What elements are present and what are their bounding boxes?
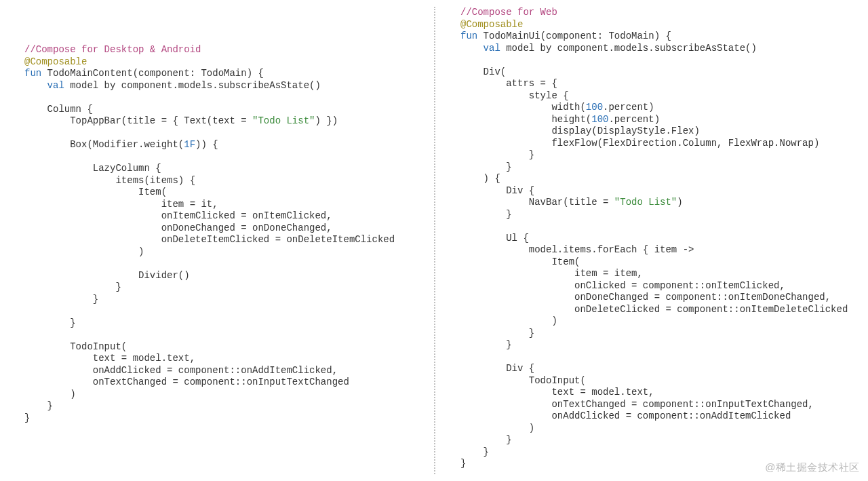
code-text: TodoMainUi(component: TodoMain) {: [477, 31, 671, 41]
code-text: }: [24, 318, 76, 328]
code-text: width(: [460, 102, 586, 113]
code-text: TodoMainContent(component: TodoMain) {: [41, 68, 264, 79]
code-text: }: [460, 458, 466, 469]
keyword-fun: fun: [24, 68, 41, 79]
code-text: }: [460, 161, 512, 172]
comment-line: //Compose for Web: [460, 7, 557, 18]
code-text: Item(: [24, 187, 167, 197]
code-text: flexFlow(FlexDirection.Column, FlexWrap.…: [460, 138, 819, 149]
code-text: onDeleteItemClicked = onDeleteItemClicke…: [24, 234, 395, 245]
code-text: height(: [460, 114, 591, 125]
code-text: }: [24, 400, 53, 411]
watermark: @稀土掘金技术社区: [765, 461, 860, 474]
code-text: ): [460, 315, 557, 326]
code-text: ): [677, 197, 682, 208]
number-literal: 100: [591, 114, 608, 125]
code-text: Divider(): [24, 270, 190, 281]
code-text: ): [24, 246, 144, 257]
annotation: @Composable: [24, 56, 87, 67]
right-code-pane: //Compose for Web @Composable fun TodoMa…: [436, 0, 868, 481]
number-literal: 1F: [184, 139, 195, 150]
keyword-val: val: [24, 80, 64, 91]
code-text: .percent): [608, 114, 660, 125]
comment-line: //Compose for Desktop & Android: [24, 44, 201, 55]
code-text: }: [460, 209, 512, 220]
code-text: model.items.forEach { item ->: [460, 244, 694, 255]
code-text: TodoInput(: [460, 375, 586, 386]
code-text: LazyColumn {: [24, 163, 161, 174]
code-text: onClicked = component::onItemClicked,: [460, 280, 785, 291]
code-text: onItemClicked = onItemClicked,: [24, 210, 332, 221]
code-text: Div {: [460, 363, 534, 374]
code-text: ): [24, 389, 76, 400]
code-text: .percent): [603, 102, 654, 113]
code-text: onAddClicked = component::onAddItemClick…: [460, 410, 791, 421]
code-text: onDoneChanged = onDoneChanged,: [24, 223, 332, 233]
code-text: Box(Modifier.weight(: [24, 139, 184, 150]
keyword-val: val: [460, 43, 500, 54]
code-text: items(items) {: [24, 175, 195, 186]
code-text: }: [24, 412, 30, 423]
code-text: }: [460, 446, 489, 457]
string-literal: "Todo List": [614, 197, 677, 208]
code-text: onDeleteClicked = component::onItemDelet…: [460, 304, 848, 315]
code-text: }: [24, 282, 121, 292]
code-text: model by component.models.subscribeAsSta…: [64, 80, 321, 91]
code-text: ) }): [315, 115, 338, 126]
code-text: display(DisplayStyle.Flex): [460, 126, 700, 136]
code-text: ): [460, 423, 534, 434]
code-text: Column {: [24, 104, 93, 115]
code-text: }: [460, 339, 512, 350]
code-text: Div(: [460, 66, 506, 77]
string-literal: "Todo List": [252, 115, 315, 126]
code-text: item = item,: [460, 268, 643, 279]
code-text: NavBar(title =: [460, 197, 614, 208]
code-text: }: [460, 149, 534, 160]
code-text: onAddClicked = component::onAddItemClick…: [24, 365, 338, 376]
number-literal: 100: [586, 102, 603, 113]
code-text: style {: [460, 90, 569, 101]
code-comparison: //Compose for Desktop & Android @Composa…: [0, 0, 868, 481]
annotation: @Composable: [460, 19, 523, 30]
code-text: Div {: [460, 185, 534, 196]
code-text: Item(: [460, 256, 580, 267]
code-text: text = model.text,: [24, 353, 195, 364]
code-text: }: [460, 328, 534, 339]
code-text: )) {: [195, 139, 218, 150]
code-text: onTextChanged = component::onInputTextCh…: [460, 399, 814, 410]
code-text: }: [24, 294, 98, 305]
code-text: ) {: [460, 173, 500, 184]
code-text: TodoInput(: [24, 341, 127, 352]
code-text: onDoneChanged = component::onItemDoneCha…: [460, 292, 831, 303]
keyword-fun: fun: [460, 31, 477, 41]
code-text: item = it,: [24, 199, 218, 210]
code-text: onTextChanged = component::onInputTextCh…: [24, 377, 349, 387]
code-text: text = model.text,: [460, 387, 654, 398]
code-text: TopAppBar(title = { Text(text =: [24, 115, 252, 126]
code-text: }: [460, 434, 512, 445]
code-text: Ul {: [460, 233, 529, 244]
code-text: attrs = {: [460, 78, 557, 89]
left-code-pane: //Compose for Desktop & Android @Composa…: [0, 0, 434, 481]
code-text: model by component.models.subscribeAsSta…: [500, 43, 757, 54]
